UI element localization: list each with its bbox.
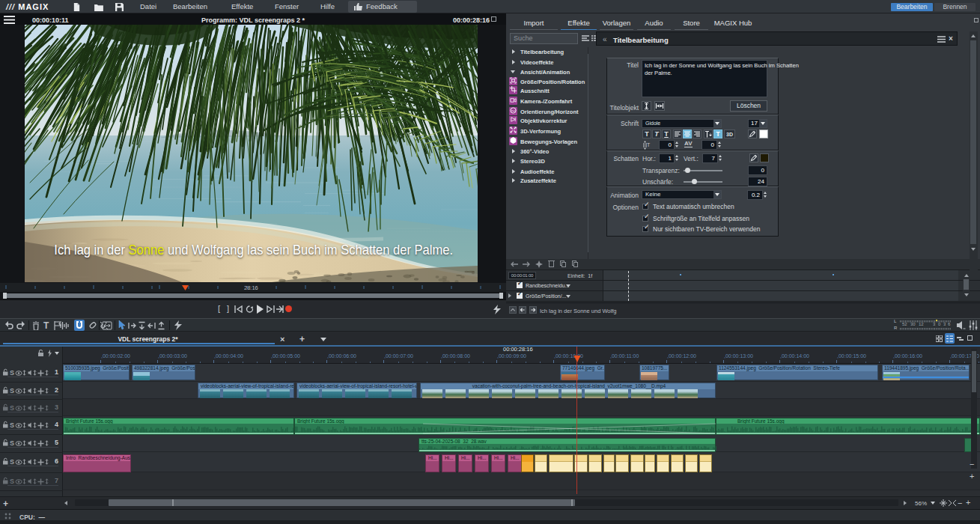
svg-text:S: S	[10, 478, 14, 485]
svg-text:,00:00:13:00: ,00:00:13:00	[724, 353, 753, 359]
svg-text:,00:00:14:00: ,00:00:14:00	[780, 353, 809, 359]
svg-text:,00:00:03:00: ,00:00:03:00	[158, 353, 187, 359]
svg-text:,00:00:05:00: ,00:00:05:00	[271, 353, 300, 359]
svg-text:,00:00:06:00: ,00:00:06:00	[327, 353, 356, 359]
svg-text:,00:00:11:00: ,00:00:11:00	[610, 353, 639, 359]
svg-text:,00:00:04:00: ,00:00:04:00	[214, 353, 243, 359]
svg-text:S: S	[10, 439, 14, 447]
svg-text:S: S	[10, 458, 14, 466]
svg-text:S: S	[10, 404, 14, 412]
svg-text:S: S	[10, 421, 14, 429]
svg-text:,00:00:07:00: ,00:00:07:00	[384, 353, 413, 359]
svg-text:,00:00:16:00: ,00:00:16:00	[893, 353, 922, 359]
svg-text:,00:00:12:00: ,00:00:12:00	[667, 353, 696, 359]
svg-text:T: T	[647, 142, 651, 147]
svg-text:S: S	[10, 369, 14, 377]
svg-text:,00:00:08:00: ,00:00:08:00	[441, 353, 470, 359]
svg-text:,00:00:09:00: ,00:00:09:00	[497, 353, 526, 359]
svg-text:S: S	[10, 387, 14, 394]
svg-text:,00:00:02:00: ,00:00:02:00	[101, 353, 130, 359]
svg-text:,00:00:15:00: ,00:00:15:00	[837, 353, 866, 359]
